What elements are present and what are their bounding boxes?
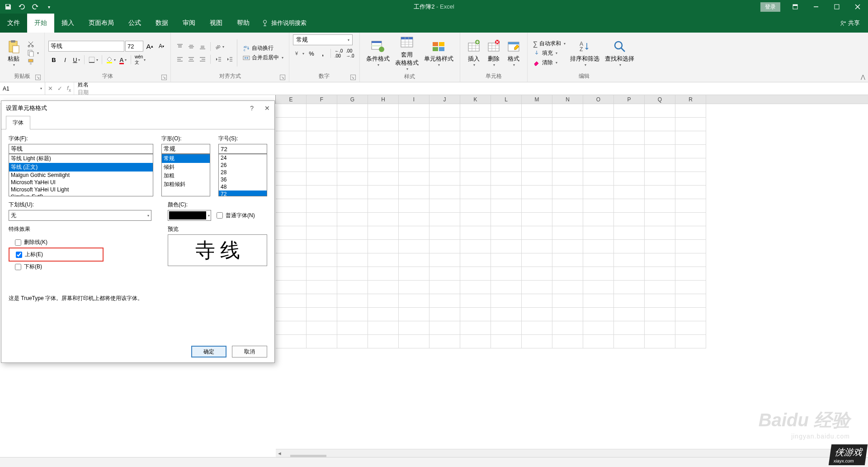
minimize-button[interactable] [806, 0, 826, 14]
cell[interactable] [337, 131, 368, 145]
cell[interactable] [460, 199, 491, 213]
cell[interactable] [552, 199, 583, 213]
cell[interactable] [614, 131, 645, 145]
close-button[interactable] [847, 0, 868, 14]
cell[interactable] [583, 199, 614, 213]
tab-data[interactable]: 数据 [148, 14, 175, 33]
cell[interactable] [645, 308, 675, 321]
cell[interactable] [399, 199, 429, 213]
cell[interactable] [583, 158, 614, 172]
cell[interactable] [522, 104, 552, 118]
phonetic-button[interactable]: wén文▾ [133, 54, 147, 65]
cell[interactable] [276, 104, 307, 118]
redo-button[interactable] [29, 0, 42, 13]
column-header[interactable]: I [399, 95, 429, 104]
cell[interactable] [276, 308, 307, 321]
column-header[interactable]: J [429, 95, 460, 104]
cell[interactable] [399, 118, 429, 131]
cell[interactable] [276, 145, 307, 158]
cell[interactable] [491, 131, 522, 145]
cell[interactable] [307, 213, 337, 226]
cell[interactable] [614, 199, 645, 213]
number-format-combo[interactable]: 常规▾ [293, 34, 353, 45]
cell[interactable] [522, 335, 552, 348]
cell[interactable] [307, 267, 337, 281]
cell[interactable] [675, 226, 706, 240]
cell[interactable] [276, 294, 307, 308]
cell[interactable] [368, 267, 399, 281]
cell[interactable] [522, 281, 552, 294]
cell[interactable] [460, 335, 491, 348]
tab-review[interactable]: 审阅 [175, 14, 203, 33]
cell[interactable] [645, 321, 675, 335]
cell[interactable] [337, 281, 368, 294]
cell[interactable] [429, 253, 460, 267]
cell[interactable] [583, 240, 614, 253]
decrease-indent-button[interactable] [213, 54, 224, 65]
cell[interactable] [645, 213, 675, 226]
collapse-ribbon-button[interactable]: ⋀ [861, 74, 865, 80]
cell[interactable] [368, 145, 399, 158]
cell[interactable] [522, 186, 552, 199]
insert-cells-button[interactable]: 插入▾ [464, 38, 484, 68]
cell[interactable] [429, 267, 460, 281]
login-button[interactable]: 登录 [760, 2, 780, 12]
cell[interactable] [337, 186, 368, 199]
column-header[interactable]: H [368, 95, 399, 104]
cell[interactable] [368, 335, 399, 348]
save-button[interactable] [2, 0, 14, 13]
column-header[interactable]: Q [645, 95, 675, 104]
cell[interactable] [368, 199, 399, 213]
qat-customize[interactable]: ▾ [42, 0, 55, 13]
tab-file[interactable]: 文件 [0, 14, 27, 33]
list-item[interactable]: Microsoft YaHei UI [9, 179, 153, 186]
cell[interactable] [399, 294, 429, 308]
cell[interactable] [276, 186, 307, 199]
cell[interactable] [645, 131, 675, 145]
cell[interactable] [491, 213, 522, 226]
cell[interactable] [491, 118, 522, 131]
cell[interactable] [491, 240, 522, 253]
cut-button[interactable] [25, 40, 41, 48]
column-header[interactable]: N [552, 95, 583, 104]
cell[interactable] [429, 335, 460, 348]
tab-formulas[interactable]: 公式 [121, 14, 148, 33]
cell[interactable] [276, 321, 307, 335]
cell[interactable] [491, 308, 522, 321]
cell[interactable] [399, 131, 429, 145]
cell[interactable] [645, 226, 675, 240]
cell[interactable] [614, 186, 645, 199]
align-bottom-button[interactable] [197, 41, 208, 52]
list-item[interactable]: 26 [219, 162, 267, 169]
cell[interactable] [429, 199, 460, 213]
cell[interactable] [675, 335, 706, 348]
font-name-list[interactable]: 等线 Light (标题)等线 (正文)Malgun Gothic Semili… [9, 154, 153, 196]
cell[interactable] [645, 253, 675, 267]
cell[interactable] [675, 131, 706, 145]
cell[interactable] [460, 294, 491, 308]
cell[interactable] [399, 158, 429, 172]
cell[interactable] [429, 308, 460, 321]
format-table-button[interactable]: 套用 表格格式▾ [392, 34, 421, 72]
font-style-list[interactable]: 常规倾斜加粗加粗倾斜 [161, 154, 210, 196]
cell[interactable] [614, 158, 645, 172]
cell[interactable] [337, 294, 368, 308]
cell[interactable] [675, 145, 706, 158]
cell[interactable] [583, 104, 614, 118]
cell[interactable] [522, 213, 552, 226]
cell[interactable] [522, 158, 552, 172]
cell[interactable] [522, 267, 552, 281]
cell[interactable] [460, 281, 491, 294]
cell[interactable] [429, 104, 460, 118]
cell[interactable] [460, 172, 491, 186]
cell[interactable] [675, 199, 706, 213]
cell[interactable] [399, 253, 429, 267]
cell[interactable] [552, 158, 583, 172]
cell[interactable] [460, 308, 491, 321]
cell[interactable] [399, 172, 429, 186]
cell[interactable] [460, 226, 491, 240]
cell[interactable] [614, 145, 645, 158]
cell[interactable] [337, 335, 368, 348]
superscript-checkbox[interactable]: 上标(E) [9, 251, 103, 258]
cell[interactable] [460, 104, 491, 118]
